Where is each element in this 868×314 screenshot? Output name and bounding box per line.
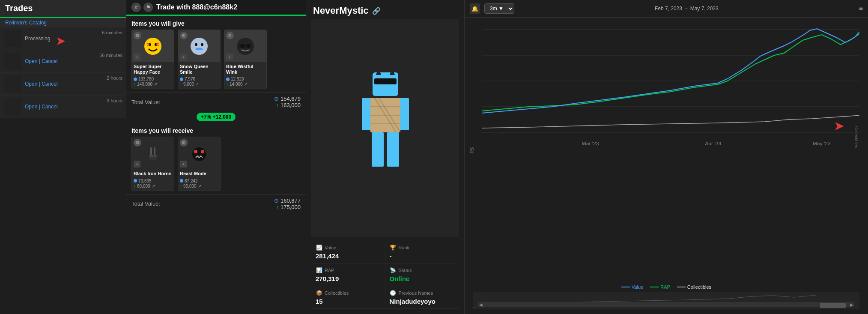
scroll-left-icon[interactable]: ◀ — [479, 302, 483, 307]
svg-text:Apr '23: Apr '23 — [705, 141, 721, 146]
chart-scrollbar[interactable]: ◀ ▶ — [478, 302, 854, 307]
stat-prev-names-label: 🕐 Previous Names — [390, 290, 455, 296]
receive-item-1-rap: 73,635 — [138, 179, 152, 183]
legend-rap-label: RAP — [660, 284, 670, 290]
stat-value-label: 📈 Value — [316, 244, 381, 251]
chart-mini-area: ◀ ▶ — [465, 292, 868, 314]
give-item-1-visual — [143, 36, 163, 57]
receive-item-2-arrow: ↑ — [180, 184, 182, 188]
value-icon: 📈 — [316, 244, 322, 251]
trade-info-3: Open | Cancel — [25, 81, 122, 87]
give-item-3-link[interactable]: ↗ — [244, 82, 248, 87]
give-item-2-img: ⊞ + — [178, 30, 220, 62]
catalog-link[interactable]: Rolimon's Catalog — [0, 18, 126, 27]
give-item-1-arrow: ↑ — [134, 82, 136, 87]
trade-actions-4[interactable]: Open | Cancel — [25, 104, 122, 110]
svg-point-21 — [201, 150, 204, 153]
player-panel: NeverMystic 🔗 — [306, 0, 465, 314]
receive-total-values: ⊙ 160,877 ↑ 175,000 — [274, 197, 301, 210]
trade-item-3[interactable]: Open | Cancel 2 hours — [0, 73, 126, 96]
give-item-1-img: ⊞ + — [132, 30, 174, 62]
chart-area: R$ Collectibles ➤ 0 100k 200k 300k 400k … — [465, 18, 868, 283]
stat-prev-names-cell: 🕐 Previous Names Ninjadudeyoyo — [385, 286, 459, 309]
svg-point-7 — [191, 38, 208, 55]
trade-time-3: 2 hours — [107, 75, 122, 81]
give-item-1-link[interactable]: ↗ — [154, 82, 157, 87]
horn-right — [390, 72, 395, 75]
receive-total-rap: ⊙ 160,877 — [274, 197, 301, 204]
avatar-2 — [4, 53, 21, 70]
give-item-3-dot1 — [226, 78, 230, 81]
svg-point-9 — [201, 43, 203, 46]
svg-point-8 — [195, 43, 197, 46]
time-period-select[interactable]: 3m ▼ 1m 6m 1y — [484, 3, 514, 14]
stat-rank-number: - — [390, 252, 455, 260]
sidebar: Trades Rolimon's Catalog Processing 6 mi… — [0, 0, 126, 314]
give-item-3-value: 14,000 — [230, 82, 243, 87]
player-header: NeverMystic 🔗 — [306, 0, 464, 19]
receive-item-1-icon: ⊞ — [134, 139, 141, 147]
stat-rap-cell: 📊 RAP 270,319 — [311, 263, 385, 286]
give-item-2-rap: 7,976 — [185, 77, 195, 81]
give-total-row: Total Value: ⊙ 154,679 ↑ 163,000 — [126, 93, 306, 111]
trade-actions-3[interactable]: Open | Cancel — [25, 81, 122, 87]
receive-item-1-dot1 — [134, 179, 137, 182]
give-item-2-link[interactable]: ↗ — [195, 82, 199, 87]
roblox-head — [373, 72, 398, 96]
give-item-3-icon: ⊞ — [226, 32, 234, 39]
chart-panel: 🔔 3m ▼ 1m 6m 1y Feb 7, 2023 → May 7, 202… — [465, 0, 868, 314]
give-item-2-visual — [189, 36, 209, 57]
roblox-left-leg — [372, 132, 384, 167]
rap-icon: 📊 — [316, 267, 322, 274]
give-item-3-rap: 12,923 — [231, 77, 244, 81]
player-name: NeverMystic — [313, 5, 369, 16]
chart-menu-icon[interactable]: ≡ — [859, 5, 863, 12]
receive-item-1-link[interactable]: ↗ — [152, 184, 155, 188]
give-item-1-stats: 133,780 ↑ 140,000 ↗ — [132, 76, 174, 89]
trade-actions-2[interactable]: Open | Cancel — [25, 58, 122, 64]
receive-item-1-corner: + — [134, 161, 140, 167]
trade-info-2: Open | Cancel — [25, 58, 122, 64]
horn-left — [376, 72, 381, 75]
scroll-thumb[interactable] — [820, 303, 846, 308]
sidebar-title: Trades — [5, 3, 33, 13]
trade-item-4[interactable]: Open | Cancel 3 hours — [0, 96, 126, 118]
trade-item-2[interactable]: Open | Cancel 56 minutes — [0, 50, 126, 73]
receive-item-2-dot1 — [180, 179, 183, 182]
stat-rank-cell: 🏆 Rank - — [385, 241, 459, 263]
give-total-label: Total Value: — [131, 99, 160, 105]
notification-icon[interactable]: 🔔 — [470, 3, 480, 14]
receive-item-1-img: ⊞ + — [132, 137, 174, 169]
give-item-1-value: 140,000 — [137, 82, 152, 87]
trade-item-1[interactable]: Processing 6 minutes ➤ — [0, 27, 126, 50]
legend-rap-line — [650, 287, 659, 287]
legend-collectibles-line — [677, 287, 686, 287]
scroll-right-icon[interactable]: ▶ — [850, 302, 853, 307]
link-icon[interactable]: 🔗 — [372, 7, 381, 15]
give-total-values: ⊙ 154,679 ↑ 163,000 — [274, 96, 301, 108]
svg-text:Mar '23: Mar '23 — [582, 141, 599, 146]
trade-status-1: Processing — [25, 36, 122, 42]
give-item-3-stats: 12,923 ↑ 14,000 ↗ — [224, 76, 266, 89]
chart-header: 🔔 3m ▼ 1m 6m 1y Feb 7, 2023 → May 7, 202… — [465, 0, 868, 18]
collectibles-icon: 📦 — [316, 290, 322, 296]
legend-collectibles: Collectibles — [677, 284, 711, 290]
stat-rap-label: 📊 RAP — [316, 267, 381, 274]
receive-item-1-value: 80,000 — [137, 184, 150, 188]
bookmark-icon: ⚑ — [143, 3, 153, 12]
receive-item-1-stats: 73,635 ↑ 80,000 ↗ — [132, 178, 174, 191]
receive-item-2-img: ⊞ + — [178, 137, 220, 169]
stat-collectibles-cell: 📦 Collectibles 15 — [311, 286, 385, 309]
receive-item-2-corner: + — [180, 161, 187, 167]
trade-info-4: Open | Cancel — [25, 104, 122, 110]
stat-status-value: Online — [390, 275, 455, 282]
stat-prev-names-value: Ninjadudeyoyo — [390, 298, 455, 305]
hash-icon: # — [131, 3, 141, 12]
stat-status-label: 📡 Status — [390, 267, 455, 274]
give-item-1-rap: 133,780 — [138, 77, 154, 81]
receive-item-2-link[interactable]: ↗ — [198, 184, 201, 188]
trade-info-1: Processing — [25, 36, 122, 42]
svg-point-20 — [194, 150, 197, 153]
give-section-title: Items you will give — [126, 16, 306, 30]
receive-item-2-rap: 87,242 — [185, 179, 198, 183]
